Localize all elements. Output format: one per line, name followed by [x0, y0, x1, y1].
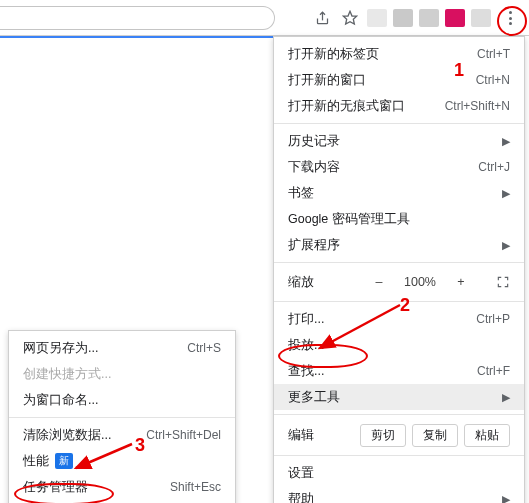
shortcut: Ctrl+Shift+Del — [146, 428, 221, 442]
menu-item-bookmarks[interactable]: 书签▶ — [274, 180, 524, 206]
submenu-item-name-window[interactable]: 为窗口命名... — [9, 387, 235, 413]
label: 打开新的窗口 — [288, 72, 468, 89]
label: 网页另存为... — [23, 340, 179, 357]
chevron-right-icon: ▶ — [502, 135, 510, 148]
shortcut: Ctrl+N — [476, 73, 510, 87]
paste-button[interactable]: 粘贴 — [464, 424, 510, 447]
extension-icon[interactable] — [445, 9, 465, 27]
extension-icon[interactable] — [367, 9, 387, 27]
extension-icon[interactable] — [471, 9, 491, 27]
submenu-item-save-as[interactable]: 网页另存为...Ctrl+S — [9, 335, 235, 361]
menu-item-history[interactable]: 历史记录▶ — [274, 128, 524, 154]
cut-button[interactable]: 剪切 — [360, 424, 406, 447]
chevron-right-icon: ▶ — [502, 391, 510, 404]
shortcut: Ctrl+F — [477, 364, 510, 378]
submenu-item-create-shortcut[interactable]: 创建快捷方式... — [9, 361, 235, 387]
label: 为窗口命名... — [23, 392, 221, 409]
share-icon[interactable] — [311, 7, 333, 29]
address-bar[interactable] — [0, 6, 275, 30]
extension-icon[interactable] — [393, 9, 413, 27]
label: 打开新的无痕式窗口 — [288, 98, 437, 115]
tab-underline — [0, 36, 275, 38]
menu-item-downloads[interactable]: 下载内容Ctrl+J — [274, 154, 524, 180]
label: 编辑 — [288, 427, 332, 444]
label: 帮助 — [288, 491, 496, 504]
shortcut: Shift+Esc — [170, 480, 221, 494]
zoom-in-button[interactable]: + — [454, 275, 468, 289]
menu-item-new-window[interactable]: 打开新的窗口Ctrl+N — [274, 67, 524, 93]
annotation-arrow-2 — [310, 300, 410, 360]
label: 扩展程序 — [288, 237, 496, 254]
zoom-value: 100% — [404, 275, 436, 289]
chevron-right-icon: ▶ — [502, 239, 510, 252]
svg-line-1 — [320, 305, 400, 348]
label: 任务管理器 — [23, 479, 162, 496]
zoom-out-button[interactable]: – — [372, 275, 386, 289]
fullscreen-icon[interactable] — [496, 275, 510, 289]
menu-item-zoom: 缩放 – 100% + — [274, 267, 524, 297]
extension-icon[interactable] — [419, 9, 439, 27]
shortcut: Ctrl+P — [476, 312, 510, 326]
label: 创建快捷方式... — [23, 366, 221, 383]
shortcut: Ctrl+J — [478, 160, 510, 174]
chevron-right-icon: ▶ — [502, 187, 510, 200]
menu-item-help[interactable]: 帮助▶ — [274, 486, 524, 503]
label: Google 密码管理工具 — [288, 211, 510, 228]
label: 查找... — [288, 363, 469, 380]
menu-item-find[interactable]: 查找...Ctrl+F — [274, 358, 524, 384]
menu-item-edit: 编辑 剪切 复制 粘贴 — [274, 419, 524, 451]
shortcut: Ctrl+S — [187, 341, 221, 355]
label: 书签 — [288, 185, 496, 202]
label: 下载内容 — [288, 159, 470, 176]
label: 设置 — [288, 465, 510, 482]
menu-item-new-tab[interactable]: 打开新的标签页Ctrl+T — [274, 41, 524, 67]
shortcut: Ctrl+T — [477, 47, 510, 61]
copy-button[interactable]: 复制 — [412, 424, 458, 447]
star-icon[interactable] — [339, 7, 361, 29]
svg-line-2 — [76, 444, 132, 468]
menu-item-settings[interactable]: 设置 — [274, 460, 524, 486]
menu-item-password-manager[interactable]: Google 密码管理工具 — [274, 206, 524, 232]
label: 更多工具 — [288, 389, 496, 406]
label: 缩放 — [288, 274, 344, 291]
menu-item-extensions[interactable]: 扩展程序▶ — [274, 232, 524, 258]
label: 打开新的标签页 — [288, 46, 469, 63]
annotation-arrow-3 — [70, 440, 140, 480]
shortcut: Ctrl+Shift+N — [445, 99, 510, 113]
chevron-right-icon: ▶ — [502, 493, 510, 504]
chrome-main-menu: 打开新的标签页Ctrl+T 打开新的窗口Ctrl+N 打开新的无痕式窗口Ctrl… — [273, 36, 525, 503]
menu-item-more-tools[interactable]: 更多工具▶ — [274, 384, 524, 410]
more-menu-button[interactable] — [497, 4, 523, 32]
toolbar-right — [311, 6, 523, 30]
label: 历史记录 — [288, 133, 496, 150]
browser-toolbar — [0, 0, 529, 36]
menu-item-new-incognito[interactable]: 打开新的无痕式窗口Ctrl+Shift+N — [274, 93, 524, 119]
svg-marker-0 — [343, 11, 356, 24]
